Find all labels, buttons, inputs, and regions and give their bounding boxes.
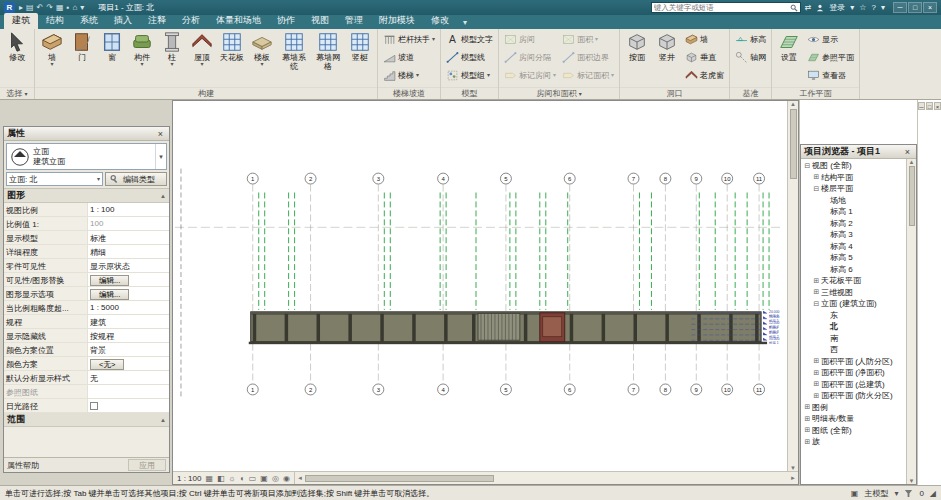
shadows-icon[interactable]: ◐ <box>240 474 245 483</box>
opening-by-face-button[interactable]: 按面 <box>623 30 651 86</box>
roof-button[interactable]: 屋顶 ▾ <box>188 30 216 86</box>
building-elevation[interactable] <box>249 312 767 344</box>
tree-item[interactable]: 南 <box>801 333 906 345</box>
grid-bubble[interactable]: 3 <box>373 384 384 395</box>
model-text-button[interactable]: 模型文字 <box>444 31 495 48</box>
grid-bubble[interactable]: 7 <box>628 384 639 395</box>
dropdown-arrow-icon[interactable]: ▾ <box>170 62 173 67</box>
expand-icon[interactable]: ⊞ <box>803 403 812 411</box>
ref-plane-button[interactable]: 参照平面 <box>805 49 856 66</box>
grid-bubble[interactable]: 4 <box>438 384 449 395</box>
tree-item[interactable]: ⊟楼层平面 <box>801 183 906 195</box>
resize-grip-icon[interactable]: ◢ <box>930 489 936 498</box>
edit-graphic-display-button[interactable]: 编辑... <box>90 289 129 300</box>
apply-button[interactable]: 应用 <box>128 459 166 471</box>
signin-user-icon[interactable] <box>816 4 824 12</box>
tree-item[interactable]: ⊞天花板平面 <box>801 275 906 287</box>
grid-bubble[interactable]: 1 <box>247 384 258 395</box>
window-button[interactable]: 窗 <box>98 30 126 86</box>
level-button[interactable]: 标高 <box>733 31 768 48</box>
grid-bubble[interactable]: 5 <box>500 173 511 184</box>
tree-item[interactable]: 标高 1 <box>801 206 906 218</box>
expand-icon[interactable]: ⊞ <box>812 288 821 296</box>
area-button[interactable]: 面积 ▾ <box>560 31 616 48</box>
tab-structure[interactable]: 结构 <box>38 13 72 29</box>
tab-insert[interactable]: 插入 <box>106 13 140 29</box>
tree-item[interactable]: ⊞结构平面 <box>801 172 906 184</box>
grid-bubble[interactable]: 9 <box>691 384 702 395</box>
signin-label[interactable]: 登录 <box>829 2 845 13</box>
color-scheme-button[interactable]: <无> <box>90 359 124 370</box>
area-boundary-button[interactable]: 面积边界 <box>560 49 616 66</box>
tree-item[interactable]: ⊞面积平面 (防火分区) <box>801 390 906 402</box>
horizontal-scrollbar[interactable]: ◄ ► <box>295 472 798 484</box>
home-icon[interactable]: ⌂ <box>72 3 77 12</box>
tree-item[interactable]: ⊞族 <box>801 436 906 448</box>
ceiling-button[interactable]: 天花板 <box>218 30 246 86</box>
grid-bubble[interactable]: 6 <box>564 173 575 184</box>
tree-item[interactable]: ⊟立面 (建筑立面) <box>801 298 906 310</box>
tab-modify[interactable]: 修改 <box>423 13 457 29</box>
grid-bubble[interactable]: 11 <box>754 173 765 184</box>
section-graphics[interactable]: 图形▲ <box>4 189 169 203</box>
railing-button[interactable]: 栏杆扶手 ▾ <box>381 31 437 48</box>
ribbon-minimize-icon[interactable]: ▾ <box>463 18 467 29</box>
tab-collaborate[interactable]: 协作 <box>269 13 303 29</box>
expand-icon[interactable]: ⊞ <box>812 380 821 388</box>
sun-path-checkbox[interactable] <box>90 402 98 410</box>
collapse-icon[interactable]: ⊟ <box>812 300 821 308</box>
save-icon[interactable]: ▤ <box>26 3 34 12</box>
scrollbar-thumb[interactable] <box>790 109 797 179</box>
grid-bubble[interactable]: 5 <box>500 384 511 395</box>
dropdown-arrow-icon[interactable]: ▾ <box>416 73 419 78</box>
scroll-down-icon[interactable]: ▼ <box>909 478 915 484</box>
dropdown-arrow-icon[interactable]: ▾ <box>432 37 435 42</box>
visual-style-icon[interactable]: ◧ <box>217 474 225 483</box>
edit-visibility-button[interactable]: 编辑... <box>90 275 129 286</box>
grid-bubble[interactable]: 1 <box>247 173 258 184</box>
wall-opening-button[interactable]: 墙 <box>683 31 726 48</box>
detail-level-icon[interactable]: ▦ <box>205 474 213 483</box>
section-extents[interactable]: 范围▲ <box>4 413 169 427</box>
design-options-dropdown-icon[interactable]: ▾ <box>894 489 898 498</box>
vertical-scrollbar[interactable]: ▲ ▼ <box>787 101 798 471</box>
tag-area-button[interactable]: 标记面积 ▾ <box>560 67 616 84</box>
main-model-label[interactable]: 主模型 <box>864 488 888 499</box>
dropdown-arrow-icon[interactable]: ▾ <box>50 62 53 67</box>
tree-item[interactable]: 东 <box>801 310 906 322</box>
scrollbar-thumb[interactable] <box>305 475 495 482</box>
collapse-icon[interactable]: ⊟ <box>812 185 821 193</box>
mullion-button[interactable]: 竖梃 <box>346 30 374 86</box>
grid-bubble[interactable]: 10 <box>722 173 733 184</box>
measure-icon[interactable]: ▪ <box>67 3 70 12</box>
expand-icon[interactable]: ⊞ <box>812 357 821 365</box>
model-line-button[interactable]: 模型线 <box>444 49 495 66</box>
help-dropdown-icon[interactable]: ▾ <box>881 3 885 12</box>
dropdown-arrow-icon[interactable]: ▾ <box>487 73 490 78</box>
grid-bubble[interactable]: 8 <box>660 384 671 395</box>
undo-icon[interactable]: ↶ <box>37 3 44 12</box>
grid-bubble[interactable]: 9 <box>691 173 702 184</box>
filter-icon[interactable] <box>904 489 913 498</box>
grid-bubble[interactable]: 4 <box>438 173 449 184</box>
type-selector-dropdown-icon[interactable]: ▾ <box>155 144 166 169</box>
sun-path-icon[interactable]: ☼ <box>229 474 236 483</box>
expand-icon[interactable]: ⊞ <box>803 438 812 446</box>
tab-systems[interactable]: 系统 <box>72 13 106 29</box>
close-browser-icon[interactable]: × <box>902 147 913 157</box>
exchange-apps-icon[interactable]: ☆ <box>859 3 866 12</box>
browser-scrollbar[interactable]: ▲ ▼ <box>906 159 916 484</box>
elevation-drawing[interactable]: 1122334455667788991010111120.000标高 616.0… <box>173 101 787 471</box>
show-work-plane-button[interactable]: 显示 <box>805 31 856 48</box>
expand-icon[interactable]: ⊞ <box>803 426 812 434</box>
tree-item[interactable]: ⊞面积平面 (净面积) <box>801 367 906 379</box>
grid-bubble[interactable]: 8 <box>660 173 671 184</box>
tab-architecture[interactable]: 建筑 <box>4 13 38 29</box>
grid-bubble[interactable]: 6 <box>564 384 575 395</box>
column-button[interactable]: 柱 ▾ <box>158 30 186 86</box>
dropdown-arrow-icon[interactable]: ▾ <box>140 62 143 67</box>
worksets-icon[interactable]: ▣ <box>851 489 859 498</box>
expand-icon[interactable]: ⊞ <box>812 369 821 377</box>
view-minimize-button[interactable]: ─ <box>918 102 925 110</box>
grid-bubble[interactable]: 11 <box>754 384 765 395</box>
